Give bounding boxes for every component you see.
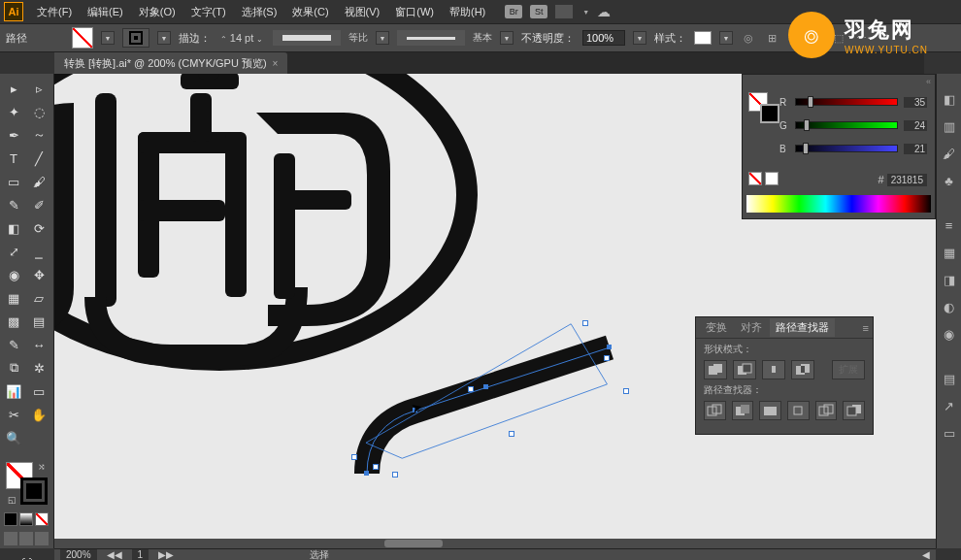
swatches-panel-icon[interactable]: ▦ — [942, 245, 957, 260]
gradient-tool[interactable]: ▤ — [27, 311, 50, 332]
minus-front-button[interactable] — [733, 360, 756, 379]
more-options-icon[interactable]: ⋯ — [854, 30, 870, 46]
eyedropper-tool[interactable]: ✎ — [2, 334, 25, 355]
white-swatch-icon[interactable] — [765, 172, 779, 185]
magic-wand-tool[interactable]: ✦ — [2, 101, 25, 122]
document-tab[interactable]: 转换 [转换].ai* @ 200% (CMYK/GPU 预览) × — [54, 52, 287, 74]
tab-transform[interactable]: 变换 — [700, 318, 733, 337]
menu-file[interactable]: 文件(F) — [29, 0, 80, 23]
recolor-icon[interactable]: ◎ — [741, 30, 756, 46]
g-slider[interactable] — [795, 121, 898, 129]
layers-panel-icon[interactable]: ▤ — [942, 371, 957, 386]
close-tab-button[interactable]: × — [273, 58, 279, 69]
fill-swatch[interactable] — [72, 27, 93, 49]
eraser-tool[interactable]: ◧ — [2, 217, 25, 239]
draw-behind[interactable] — [19, 532, 33, 545]
properties-panel-icon[interactable]: ◧ — [942, 91, 957, 107]
panel-collapse-icon[interactable]: « — [926, 77, 931, 86]
scroll-left-icon[interactable]: ◀ — [922, 549, 930, 560]
hex-field[interactable]: 231815 — [887, 174, 927, 186]
pencil-tool[interactable]: ✎ — [2, 194, 25, 215]
zoom-tool[interactable]: 🔍 — [2, 427, 25, 448]
color-panel-stroke-swatch[interactable] — [760, 104, 779, 123]
brush-tool[interactable]: 🖌 — [27, 171, 50, 192]
outline-button[interactable] — [815, 401, 838, 420]
menu-effect[interactable]: 效果(C) — [284, 0, 336, 23]
blob-brush-tool[interactable]: ✐ — [27, 194, 50, 215]
blend-tool[interactable]: ⧉ — [2, 357, 25, 379]
curvature-tool[interactable]: ～ — [27, 124, 50, 146]
libraries-panel-icon[interactable]: ▥ — [942, 118, 957, 134]
line-tool[interactable]: ╱ — [27, 148, 50, 169]
stroke-weight-field[interactable]: ⌃ 14 pt ⌄ — [218, 32, 265, 44]
graph-tool[interactable]: 📊 — [2, 380, 25, 402]
graphic-style-swatch[interactable] — [694, 31, 712, 45]
b-slider[interactable] — [795, 145, 898, 152]
unite-button[interactable] — [704, 360, 727, 379]
rectangle-tool[interactable]: ▭ — [2, 171, 25, 192]
default-fill-stroke-icon[interactable]: ◱ — [8, 495, 17, 505]
screen-mode-button[interactable]: ⛶ — [16, 553, 38, 560]
fill-dropdown[interactable]: ▼ — [101, 31, 115, 45]
artboard-nav-prev-icon[interactable]: ◀◀ — [107, 549, 122, 560]
sync-icon[interactable]: ☁ — [597, 4, 611, 19]
crop-button[interactable] — [787, 401, 810, 420]
perspective-tool[interactable]: ▱ — [27, 287, 50, 309]
transparency-panel-icon[interactable]: ◐ — [942, 299, 957, 314]
slice-tool[interactable]: ✂ — [2, 404, 25, 425]
zoom-level-field[interactable]: 200% — [60, 549, 97, 560]
menu-object[interactable]: 对象(O) — [131, 0, 183, 23]
align-icon[interactable]: ⊞ — [764, 30, 779, 46]
menu-window[interactable]: 窗口(W) — [387, 0, 442, 23]
minus-back-button[interactable] — [843, 401, 865, 420]
b-value[interactable]: 21 — [904, 144, 927, 154]
g-value[interactable]: 24 — [904, 120, 927, 131]
opacity-field[interactable]: 100% — [582, 30, 625, 46]
selection-handles[interactable] — [348, 322, 629, 460]
menu-edit[interactable]: 编辑(E) — [80, 0, 131, 23]
brush-definition[interactable] — [397, 30, 465, 46]
color-mode-none[interactable] — [35, 512, 49, 526]
rotate-tool[interactable]: ⟳ — [27, 217, 50, 239]
menu-type[interactable]: 文字(T) — [183, 0, 234, 23]
type-tool[interactable]: T — [2, 148, 25, 169]
menu-select[interactable]: 选择(S) — [234, 0, 285, 23]
color-panel-swatches[interactable] — [748, 92, 768, 112]
width-tool[interactable]: ⎯ — [27, 241, 50, 262]
menu-view[interactable]: 视图(V) — [337, 0, 388, 23]
color-mode-solid[interactable] — [4, 512, 17, 526]
appearance-panel-icon[interactable]: ◉ — [942, 326, 957, 342]
workspace-switcher[interactable] — [555, 5, 573, 18]
artboards-panel-icon[interactable]: ▭ — [942, 425, 957, 441]
merge-button[interactable] — [759, 401, 781, 420]
mesh-tool[interactable]: ▩ — [2, 311, 25, 332]
tab-align[interactable]: 对齐 — [735, 318, 768, 337]
swap-fill-stroke-icon[interactable]: ⤭ — [38, 462, 46, 472]
exclude-button[interactable] — [791, 360, 814, 379]
draw-normal[interactable] — [4, 532, 17, 545]
lasso-tool[interactable]: ◌ — [27, 101, 50, 122]
r-value[interactable]: 35 — [904, 97, 927, 108]
menu-help[interactable]: 帮助(H) — [442, 0, 493, 23]
hand-tool[interactable]: ✋ — [27, 404, 50, 425]
artboard-number-field[interactable]: 1 — [132, 549, 149, 560]
pen-tool[interactable]: ✒ — [2, 124, 25, 146]
symbols-panel-icon[interactable]: ♣ — [942, 173, 957, 188]
stock-icon[interactable]: St — [530, 5, 547, 18]
intersect-button[interactable] — [762, 360, 785, 379]
variable-width-profile[interactable] — [273, 30, 341, 46]
horizontal-scrollbar-thumb[interactable] — [384, 540, 443, 547]
expand-button[interactable]: 扩展 — [832, 360, 865, 379]
color-mode-gradient[interactable] — [19, 512, 33, 526]
shape-builder-tool[interactable]: ▦ — [2, 287, 25, 309]
transform-button[interactable]: 变换 — [802, 31, 823, 46]
stroke-swatch[interactable] — [122, 28, 149, 48]
brushes-panel-icon[interactable]: 🖌 — [942, 146, 957, 161]
stroke-dropdown[interactable]: ▼ — [157, 31, 171, 45]
asset-export-panel-icon[interactable]: ↗ — [942, 398, 957, 413]
scale-tool[interactable]: ⤢ — [2, 241, 25, 262]
artboard-nav-next-icon[interactable]: ▶▶ — [158, 549, 174, 560]
warp-tool[interactable]: ◉ — [2, 264, 25, 285]
panel-menu-icon[interactable]: ≡ — [863, 322, 869, 334]
none-swatch-icon[interactable] — [748, 172, 762, 185]
